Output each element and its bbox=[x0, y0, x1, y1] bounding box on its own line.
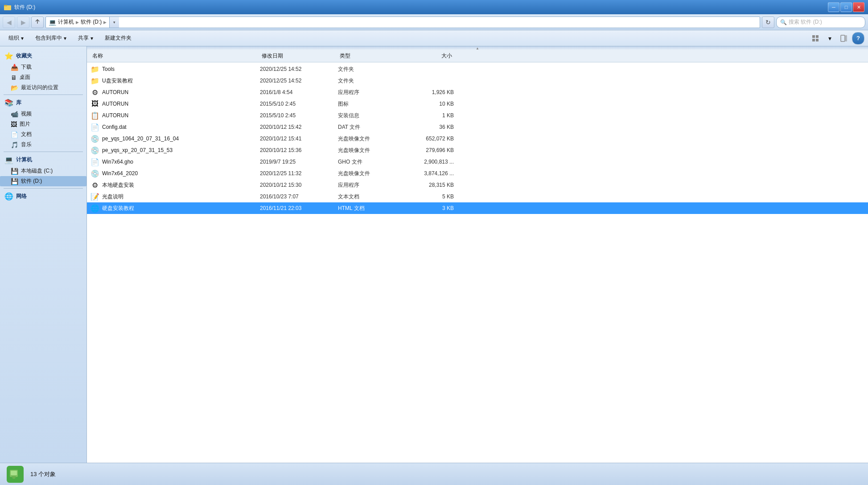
scroll-up-indicator[interactable]: ▲ bbox=[87, 46, 868, 50]
table-row[interactable]: 💿 pe_yqs_1064_20_07_31_16_04 2020/10/12 … bbox=[87, 133, 868, 144]
file-area: ▲ 名称 修改日期 类型 大小 📁 Tools 2020/12/25 14:52… bbox=[87, 46, 868, 463]
column-header-name[interactable]: 名称 bbox=[91, 52, 260, 60]
sidebar-item-documents[interactable]: 📄 文档 bbox=[0, 129, 86, 140]
table-row[interactable]: ⚙ AUTORUN 2016/1/8 4:54 应用程序 1,926 KB bbox=[87, 86, 868, 98]
table-row[interactable]: 📋 AUTORUN 2015/5/10 2:45 安装信息 1 KB bbox=[87, 110, 868, 121]
maximize-button[interactable]: □ bbox=[840, 2, 852, 12]
file-name: 本地硬盘安装 bbox=[102, 181, 134, 189]
sidebar-divider-1 bbox=[4, 95, 83, 95]
breadcrumb-software[interactable]: 软件 (D:) bbox=[81, 18, 102, 26]
sidebar-section-library: 📚 库 📹 视频 🖼 图片 📄 文档 🎵 音乐 bbox=[0, 97, 86, 150]
breadcrumb-computer[interactable]: 计算机 bbox=[58, 18, 74, 26]
table-row[interactable]: 🖼 AUTORUN 2015/5/10 2:45 图标 10 KB bbox=[87, 98, 868, 110]
file-type: 应用程序 bbox=[338, 181, 400, 189]
computer-icon: 💻 bbox=[49, 19, 56, 26]
share-label: 共享 bbox=[78, 34, 89, 42]
sidebar-header-computer[interactable]: 💻 计算机 bbox=[0, 154, 86, 166]
file-icon: 📄 bbox=[91, 158, 99, 166]
view-options-button[interactable] bbox=[809, 32, 822, 45]
address-bar[interactable]: 💻 计算机 ▶ 软件 (D:) ▶ ▾ bbox=[45, 16, 760, 28]
sidebar-item-local-c[interactable]: 💾 本地磁盘 (C:) bbox=[0, 166, 86, 176]
file-icon: 🖼 bbox=[91, 100, 99, 108]
sidebar-item-downloads[interactable]: 📥 下载 bbox=[0, 62, 86, 72]
help-button[interactable]: ? bbox=[852, 32, 864, 45]
local-c-icon: 💾 bbox=[11, 168, 18, 175]
table-row[interactable]: 📄 Config.dat 2020/10/12 15:42 DAT 文件 36 … bbox=[87, 121, 868, 133]
recent-icon: 📂 bbox=[11, 84, 18, 91]
column-header-type[interactable]: 类型 bbox=[338, 52, 400, 60]
search-placeholder: 搜索 软件 (D:) bbox=[789, 18, 822, 26]
back-button[interactable]: ◀ bbox=[3, 16, 15, 28]
navbar: ◀ ▶ 💻 计算机 ▶ 软件 (D:) ▶ ▾ ↻ 🔍 搜索 软件 (D:) bbox=[0, 14, 868, 30]
file-type: 图标 bbox=[338, 100, 400, 108]
new-folder-button[interactable]: 新建文件夹 bbox=[100, 32, 136, 45]
local-c-label: 本地磁盘 (C:) bbox=[21, 167, 53, 175]
table-row[interactable]: 📄 Win7x64.gho 2019/9/7 19:25 GHO 文件 2,90… bbox=[87, 156, 868, 168]
svg-rect-5 bbox=[816, 39, 819, 41]
view-dropdown-button[interactable]: ▾ bbox=[823, 32, 836, 45]
table-row[interactable]: ⚙ 本地硬盘安装 2020/10/12 15:30 应用程序 28,315 KB bbox=[87, 179, 868, 191]
table-row[interactable]: 💿 Win7x64_2020 2020/12/25 11:32 光盘映像文件 3… bbox=[87, 168, 868, 179]
file-icon: 📋 bbox=[91, 111, 99, 120]
table-row[interactable]: 🌐 硬盘安装教程 2016/11/21 22:03 HTML 文档 3 KB bbox=[87, 202, 868, 214]
file-date: 2020/12/25 11:32 bbox=[260, 170, 338, 177]
refresh-button[interactable]: ↻ bbox=[762, 16, 774, 28]
file-icon-cell: ⚙ 本地硬盘安装 bbox=[91, 181, 260, 189]
downloads-icon: 📥 bbox=[11, 64, 18, 71]
file-name: U盘安装教程 bbox=[102, 77, 133, 85]
sidebar-item-desktop[interactable]: 🖥 桌面 bbox=[0, 72, 86, 82]
minimize-button[interactable]: ─ bbox=[828, 2, 839, 12]
file-date: 2020/10/12 15:41 bbox=[260, 136, 338, 142]
table-row[interactable]: 📝 光盘说明 2016/10/23 7:07 文本文档 5 KB bbox=[87, 191, 868, 202]
table-row[interactable]: 💿 pe_yqs_xp_20_07_31_15_53 2020/10/12 15… bbox=[87, 144, 868, 156]
share-button[interactable]: 共享 ▾ bbox=[73, 32, 98, 45]
up-button[interactable] bbox=[31, 16, 44, 28]
file-date: 2020/12/25 14:52 bbox=[260, 78, 338, 84]
library-label: 库 bbox=[16, 99, 21, 107]
file-icon: 💿 bbox=[91, 135, 99, 143]
sidebar-item-software-d[interactable]: 💾 软件 (D:) bbox=[0, 176, 86, 186]
sidebar-item-music[interactable]: 🎵 音乐 bbox=[0, 140, 86, 150]
sidebar-item-recent[interactable]: 📂 最近访问的位置 bbox=[0, 82, 86, 93]
file-type: 安装信息 bbox=[338, 112, 400, 119]
file-icon: ⚙ bbox=[91, 88, 99, 97]
sidebar-item-videos[interactable]: 📹 视频 bbox=[0, 109, 86, 119]
file-type: 光盘映像文件 bbox=[338, 170, 400, 177]
share-dropdown-icon: ▾ bbox=[91, 35, 93, 41]
breadcrumb-sep-1: ▶ bbox=[76, 20, 79, 25]
file-type: DAT 文件 bbox=[338, 123, 400, 131]
file-icon: 💿 bbox=[91, 169, 99, 178]
breadcrumb: 计算机 ▶ 软件 (D:) ▶ bbox=[58, 18, 107, 26]
sidebar-header-library[interactable]: 📚 库 bbox=[0, 97, 86, 109]
file-type: 文件夹 bbox=[338, 66, 400, 73]
titlebar-controls: ─ □ ✕ bbox=[828, 2, 864, 12]
address-dropdown-button[interactable]: ▾ bbox=[109, 16, 119, 28]
file-name: Config.dat bbox=[102, 124, 127, 130]
forward-button[interactable]: ▶ bbox=[17, 16, 29, 28]
file-name: pe_yqs_xp_20_07_31_15_53 bbox=[102, 147, 173, 153]
preview-pane-button[interactable] bbox=[838, 32, 850, 45]
svg-rect-3 bbox=[816, 35, 819, 38]
file-icon-cell: 💿 pe_yqs_1064_20_07_31_16_04 bbox=[91, 135, 260, 143]
file-icon-cell: 📝 光盘说明 bbox=[91, 193, 260, 201]
file-icon: ⚙ bbox=[91, 181, 99, 189]
sidebar-item-pictures[interactable]: 🖼 图片 bbox=[0, 119, 86, 129]
favorites-icon: ⭐ bbox=[4, 52, 13, 60]
file-icon-cell: ⚙ AUTORUN bbox=[91, 88, 260, 97]
recent-label: 最近访问的位置 bbox=[21, 84, 58, 91]
close-button[interactable]: ✕ bbox=[853, 2, 864, 12]
organize-button[interactable]: 组织 ▾ bbox=[4, 32, 29, 45]
column-header-modified[interactable]: 修改日期 bbox=[260, 52, 338, 60]
column-header-size[interactable]: 大小 bbox=[400, 52, 454, 60]
file-icon-cell: 💿 Win7x64_2020 bbox=[91, 169, 260, 178]
search-bar[interactable]: 🔍 搜索 软件 (D:) bbox=[776, 16, 865, 28]
organize-dropdown-icon: ▾ bbox=[21, 35, 24, 41]
sidebar-header-favorites[interactable]: ⭐ 收藏夹 bbox=[0, 50, 86, 62]
file-size: 3,874,126 ... bbox=[400, 170, 454, 177]
file-type: 光盘映像文件 bbox=[338, 147, 400, 154]
include-library-button[interactable]: 包含到库中 ▾ bbox=[30, 32, 71, 45]
sidebar-header-network[interactable]: 🌐 网络 bbox=[0, 190, 86, 202]
table-row[interactable]: 📁 U盘安装教程 2020/12/25 14:52 文件夹 bbox=[87, 75, 868, 86]
downloads-label: 下载 bbox=[21, 63, 32, 71]
table-row[interactable]: 📁 Tools 2020/12/25 14:52 文件夹 bbox=[87, 63, 868, 75]
